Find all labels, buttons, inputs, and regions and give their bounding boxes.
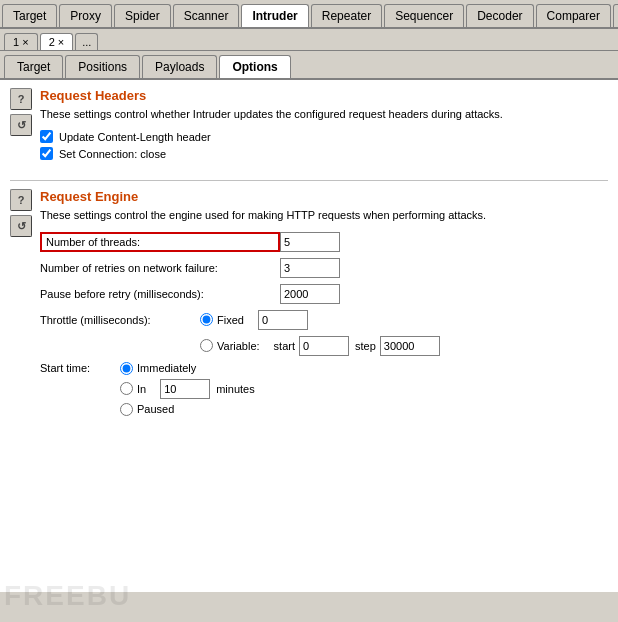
sub-tab-positions[interactable]: Positions: [65, 55, 140, 78]
throttle-row: Throttle (milliseconds): Fixed: [40, 310, 608, 330]
start-label-inline: start: [274, 340, 295, 352]
throttle-variable-option: Variable:: [200, 339, 260, 352]
start-immediately-radio[interactable]: [120, 362, 133, 375]
throttle-fixed-input[interactable]: [258, 310, 308, 330]
start-immediately-label: Immediately: [137, 362, 196, 374]
retries-row: Number of retries on network failure:: [40, 258, 608, 278]
request-engine-title: Request Engine: [40, 189, 608, 204]
attack-tab-2[interactable]: 2 ×: [40, 33, 74, 50]
start-time-row-immediately: Start time: Immediately: [40, 362, 608, 375]
start-time-section: Start time: Immediately In minutes: [40, 362, 608, 416]
refresh-icon-headers[interactable]: ↺: [10, 114, 32, 136]
variable-step-input[interactable]: [380, 336, 440, 356]
start-time-label: Start time:: [40, 362, 120, 374]
request-engine-body: Request Engine These settings control th…: [40, 189, 608, 421]
checkbox-content-length-label: Update Content-Length header: [59, 131, 211, 143]
attack-tab-bar: 1 × 2 × ...: [0, 29, 618, 51]
request-headers-body: Request Headers These settings control w…: [40, 88, 608, 164]
pause-retry-row: Pause before retry (milliseconds):: [40, 284, 608, 304]
top-tab-bar: Target Proxy Spider Scanner Intruder Rep…: [0, 0, 618, 29]
variable-row: Variable: start step: [40, 336, 608, 356]
section-divider: [10, 180, 608, 181]
attack-tab-1[interactable]: 1 ×: [4, 33, 38, 50]
request-headers-section: ? ↺ Request Headers These settings contr…: [10, 88, 608, 164]
refresh-icon-engine[interactable]: ↺: [10, 215, 32, 237]
request-engine-section: ? ↺ Request Engine These settings contro…: [10, 189, 608, 421]
section-icons: ? ↺: [10, 88, 32, 164]
throttle-fixed-option: Fixed: [200, 313, 244, 326]
tab-repeater[interactable]: Repeater: [311, 4, 382, 27]
help-icon-engine[interactable]: ?: [10, 189, 32, 211]
start-time-row-paused: Paused: [40, 403, 608, 416]
request-headers-desc: These settings control whether Intruder …: [40, 107, 608, 122]
sub-tab-target[interactable]: Target: [4, 55, 63, 78]
tab-exten[interactable]: Exten: [613, 4, 618, 27]
variable-start-input[interactable]: [299, 336, 349, 356]
minutes-label: minutes: [216, 383, 255, 395]
throttle-variable-label: Variable:: [217, 340, 260, 352]
throttle-label: Throttle (milliseconds):: [40, 314, 200, 326]
start-in-radio[interactable]: [120, 382, 133, 395]
tab-scanner[interactable]: Scanner: [173, 4, 240, 27]
request-engine-desc: These settings control the engine used f…: [40, 208, 608, 223]
throttle-fixed-radio[interactable]: [200, 313, 213, 326]
threads-row: Number of threads:: [40, 232, 608, 252]
tab-proxy[interactable]: Proxy: [59, 4, 112, 27]
checkbox-connection[interactable]: [40, 147, 53, 160]
throttle-variable-radio[interactable]: [200, 339, 213, 352]
sub-tab-options[interactable]: Options: [219, 55, 290, 78]
main-content: ? ↺ Request Headers These settings contr…: [0, 80, 618, 592]
pause-retry-input[interactable]: [280, 284, 340, 304]
threads-input[interactable]: [280, 232, 340, 252]
start-immediately-option: Immediately: [120, 362, 196, 375]
help-icon-headers[interactable]: ?: [10, 88, 32, 110]
tab-intruder[interactable]: Intruder: [241, 4, 308, 27]
checkbox-connection-row: Set Connection: close: [40, 147, 608, 160]
tab-decoder[interactable]: Decoder: [466, 4, 533, 27]
sub-tab-bar: Target Positions Payloads Options: [0, 51, 618, 80]
start-in-option: In: [120, 382, 146, 395]
start-in-minutes-input[interactable]: [160, 379, 210, 399]
start-paused-option: Paused: [120, 403, 174, 416]
tab-target[interactable]: Target: [2, 4, 57, 27]
retries-input[interactable]: [280, 258, 340, 278]
attack-tab-more[interactable]: ...: [75, 33, 98, 50]
checkbox-content-length[interactable]: [40, 130, 53, 143]
start-paused-radio[interactable]: [120, 403, 133, 416]
pause-retry-label: Pause before retry (milliseconds):: [40, 288, 280, 300]
tab-comparer[interactable]: Comparer: [536, 4, 611, 27]
throttle-fixed-label: Fixed: [217, 314, 244, 326]
retries-label: Number of retries on network failure:: [40, 262, 280, 274]
step-label: step: [355, 340, 376, 352]
checkbox-connection-label: Set Connection: close: [59, 148, 166, 160]
checkbox-content-length-row: Update Content-Length header: [40, 130, 608, 143]
section-icons-engine: ? ↺: [10, 189, 32, 421]
tab-sequencer[interactable]: Sequencer: [384, 4, 464, 27]
start-paused-label: Paused: [137, 403, 174, 415]
start-in-label: In: [137, 383, 146, 395]
threads-label: Number of threads:: [40, 232, 280, 252]
request-headers-title: Request Headers: [40, 88, 608, 103]
start-time-row-in: In minutes: [40, 379, 608, 399]
sub-tab-payloads[interactable]: Payloads: [142, 55, 217, 78]
tab-spider[interactable]: Spider: [114, 4, 171, 27]
